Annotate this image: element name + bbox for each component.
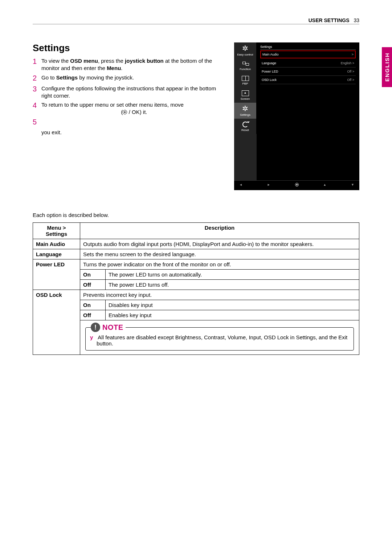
grid-icon bbox=[242, 61, 249, 66]
step-5-exit: you exit. bbox=[33, 128, 227, 136]
osd-row-main-audio: Main Audio> bbox=[260, 50, 356, 58]
row-power-led: Power LED Turns the power indicator on t… bbox=[33, 259, 359, 270]
osd-row-power-led: Power LEDOff > bbox=[260, 67, 356, 76]
row-power-led-on: On The power LED turns on automatically. bbox=[33, 270, 359, 280]
osd-side-settings: Settings bbox=[234, 103, 257, 119]
osd-row-osd-lock: OSD LockOff > bbox=[260, 76, 356, 84]
osd-footer: ◄ ► ▲ ▼ bbox=[234, 180, 359, 188]
osd-side-pbp: PBP bbox=[234, 73, 257, 87]
joystick-icon bbox=[123, 110, 127, 114]
nav-left-icon: ◄ bbox=[239, 183, 242, 187]
osd-sidebar: Easy control Function PBP Screen Setting… bbox=[234, 42, 257, 180]
page-title: Settings bbox=[33, 42, 227, 54]
row-osd-lock: OSD Lock Prevents incorrect key input. bbox=[33, 290, 359, 300]
osd-row-language: LanguageEnglish > bbox=[260, 59, 356, 67]
osd-side-easy: Easy control bbox=[234, 42, 257, 58]
osd-side-function: Function bbox=[234, 58, 257, 73]
nav-ok-icon bbox=[295, 183, 299, 187]
row-main-audio: Main Audio Outputs audio from digital in… bbox=[33, 239, 359, 249]
note-bullet: y bbox=[90, 334, 97, 340]
step-5: 5 bbox=[33, 117, 227, 127]
nav-down-icon: ▼ bbox=[351, 183, 354, 187]
section-title: USER SETTINGS bbox=[309, 17, 350, 23]
table-header-row: Menu > Settings Description bbox=[33, 223, 359, 239]
page-number: 33 bbox=[354, 17, 359, 23]
reset-icon bbox=[242, 122, 248, 127]
row-power-led-off: Off The power LED turns off. bbox=[33, 280, 359, 290]
th-desc: Description bbox=[80, 223, 359, 239]
page-header: USER SETTINGS 33 bbox=[33, 17, 359, 24]
settings-table: Menu > Settings Description Main Audio O… bbox=[33, 222, 359, 355]
osd-title: Settings bbox=[260, 44, 356, 50]
osd-side-reset: Reset bbox=[234, 119, 257, 134]
gear-icon bbox=[242, 106, 249, 112]
pbp-icon bbox=[242, 76, 249, 81]
screen-icon bbox=[242, 90, 249, 96]
step-1: 1 To view the OSD menu, press the joysti… bbox=[33, 57, 227, 72]
note-box: ! NOTE y All features are disabled excep… bbox=[85, 327, 354, 351]
sliders-icon bbox=[242, 45, 249, 52]
below-intro: Each option is described below. bbox=[33, 212, 359, 218]
note-title: NOTE bbox=[102, 323, 123, 332]
row-osd-lock-on: On Disables key input bbox=[33, 300, 359, 310]
osd-main: Settings Main Audio> LanguageEnglish > P… bbox=[257, 42, 359, 180]
steps-list: 1 To view the OSD menu, press the joysti… bbox=[33, 57, 227, 136]
note-icon: ! bbox=[91, 323, 100, 332]
row-osd-lock-off: Off Enables key input bbox=[33, 310, 359, 320]
nav-right-icon: ► bbox=[267, 183, 270, 187]
th-menu: Menu > Settings bbox=[33, 223, 80, 239]
step-4: 4 To return to the upper menu or set oth… bbox=[33, 101, 227, 116]
nav-up-icon: ▲ bbox=[323, 183, 326, 187]
row-language: Language Sets the menu screen to the des… bbox=[33, 249, 359, 259]
step-3: 3 Configure the options following the in… bbox=[33, 84, 227, 100]
note-text: All features are disabled except Brightn… bbox=[97, 334, 347, 347]
row-note: ! NOTE y All features are disabled excep… bbox=[33, 320, 359, 355]
osd-side-screen: Screen bbox=[234, 87, 257, 103]
language-tab: ENGLISH bbox=[382, 47, 392, 87]
step-2: 2 Go to Settings by moving the joystick. bbox=[33, 73, 227, 83]
osd-screenshot: Easy control Function PBP Screen Setting… bbox=[234, 42, 359, 190]
